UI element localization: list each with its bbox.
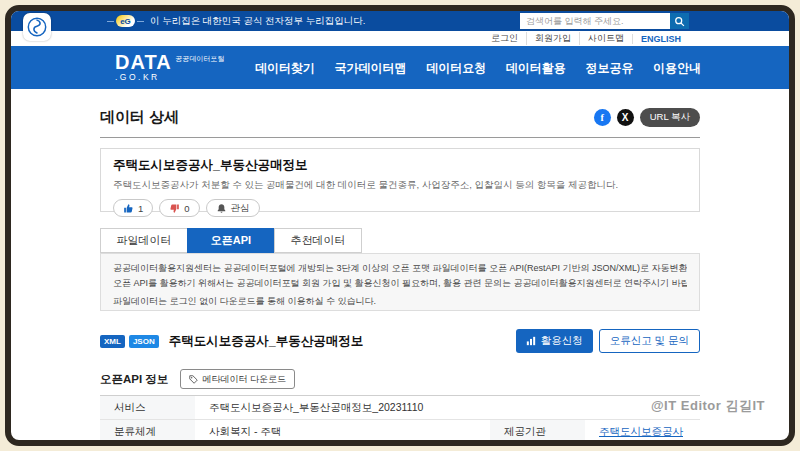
site-emblem [23,13,51,41]
notice-line-3: 파일데이터는 로그인 없이 다운로드를 통해 이용하실 수 있습니다. [113,294,687,309]
title-divider [100,137,700,138]
tab-open-api[interactable]: 오픈API [187,228,275,253]
site-logo[interactable]: DATA 공공데이터포털 .GO.KR [115,52,225,82]
nav-item-guide[interactable]: 이용안내 [653,60,701,77]
api-actions: 활용신청 오류신고 및 문의 [516,329,700,353]
open-api-info-label: 오픈API 정보 [100,372,168,387]
thumbs-up-icon [123,203,134,214]
logo-caption: 공공데이터포털 [176,54,225,64]
share-cluster: f X URL 복사 [594,108,700,127]
dislike-count: 0 [184,203,189,214]
interest-button[interactable]: 관심 [206,199,260,217]
interest-label: 관심 [231,202,250,215]
main-header: DATA 공공데이터포털 .GO.KR 데이터찾기 국가데이터맵 데이터요청 데… [11,46,789,89]
category-value-cell: 사회복지 - 주택 [195,420,490,443]
thumbs-down-icon [169,203,180,214]
bell-icon [216,203,227,214]
error-report-button[interactable]: 오류신고 및 문의 [599,329,700,353]
logo-sub-text: .GO.KR [115,72,225,82]
reaction-row: 1 0 관심 [113,199,687,217]
api-title-bar: XML JSON 주택도시보증공사_부동산공매정보 활용신청 오류신고 및 문의 [100,327,700,355]
nav-item-info-share[interactable]: 정보공유 [585,60,633,77]
nav-item-national-data-map[interactable]: 국가데이터맵 [335,60,407,77]
service-label-cell: 서비스 [100,396,195,419]
egov-mark: eG [107,15,144,27]
gov-banner: eG 이 누리집은 대한민국 공식 전자정부 누리집입니다. [11,11,789,31]
facebook-share-icon[interactable]: f [594,109,611,126]
open-api-notice: 공공데이터활용지원센터는 공공데이터포털에 개방되는 3단계 이상의 오픈 포맷… [100,253,700,311]
page-title-row: 데이터 상세 f X URL 복사 [100,106,700,128]
category-label-cell: 분류체계 [100,420,195,443]
tab-file-data[interactable]: 파일데이터 [100,228,188,253]
search-input[interactable] [520,13,670,29]
like-count: 1 [138,203,143,214]
metadata-download-button[interactable]: 메타데이터 다운로드 [180,369,295,389]
table-row: 서비스 주택도시보증공사_부동산공매정보_20231110 [100,396,700,420]
metadata-download-label: 메타데이터 다운로드 [202,373,286,386]
nav-item-data-use[interactable]: 데이터활용 [506,60,566,77]
json-format-badge: JSON [129,335,159,348]
notice-line-2: 오픈 API를 활용하기 위해서는 공공데이터포털 회원 가입 및 활용신청이 … [113,276,687,291]
emblem-icon [26,16,48,38]
provider-label-cell: 제공기관 [490,420,585,443]
provider-value-cell: 주택도시보증공사 [585,420,700,443]
api-info-table: 서비스 주택도시보증공사_부동산공매정보_20231110 분류체계 사회복지 … [100,395,700,444]
search-icon [674,16,685,27]
egov-dash [107,21,114,22]
tab-recommended-data[interactable]: 추천데이터 [274,228,362,253]
service-value-cell: 주택도시보증공사_부동산공매정보_20231110 [195,396,700,419]
signup-link[interactable]: 회원가입 [526,32,579,45]
table-row: 분류체계 사회복지 - 주택 제공기관 주택도시보증공사 [100,420,700,444]
apply-use-button[interactable]: 활용신청 [516,329,593,353]
url-copy-button[interactable]: URL 복사 [640,108,700,127]
dataset-title: 주택도시보증공사_부동산공매정보 [113,157,687,174]
api-title: 주택도시보증공사_부동산공매정보 [169,333,363,350]
dataset-summary-box: 주택도시보증공사_부동산공매정보 주택도시보증공사가 처분할 수 있는 공매물건… [100,148,700,212]
dislike-button[interactable]: 0 [159,199,199,217]
egov-logo-icon: eG [116,15,135,27]
login-link[interactable]: 로그인 [483,32,526,45]
decorative-frame: eG 이 누리집은 대한민국 공식 전자정부 누리집입니다. [0,0,800,451]
egov-dash [137,21,144,22]
provider-link[interactable]: 주택도시보증공사 [599,425,683,439]
tag-icon [189,375,198,384]
notice-line-1: 공공데이터활용지원센터는 공공데이터포털에 개방되는 3단계 이상의 오픈 포맷… [113,261,687,276]
main-nav: 데이터찾기 국가데이터맵 데이터요청 데이터활용 정보공유 이용안내 [255,60,701,77]
search-button[interactable] [670,13,689,29]
portal-page: eG 이 누리집은 대한민국 공식 전자정부 누리집입니다. [5,5,795,446]
open-api-info-section: 오픈API 정보 메타데이터 다운로드 [100,368,700,390]
like-button[interactable]: 1 [113,199,153,217]
dataset-tabs: 파일데이터 오픈API 추천데이터 [100,228,700,253]
search-box [520,13,689,29]
page-title: 데이터 상세 [100,108,179,127]
x-share-icon[interactable]: X [617,109,634,126]
sitemap-link[interactable]: 사이트맵 [579,32,632,45]
english-link[interactable]: ENGLISH [632,34,689,44]
gov-banner-text: 이 누리집은 대한민국 공식 전자정부 누리집입니다. [150,15,365,28]
dataset-description: 주택도시보증공사가 처분할 수 있는 공매물건에 대한 데이터로 물건종류, 사… [113,179,687,192]
nav-item-find-data[interactable]: 데이터찾기 [255,60,315,77]
apply-use-label: 활용신청 [541,334,583,348]
logo-main-text: DATA [115,52,172,72]
xml-format-badge: XML [100,335,125,348]
chart-icon [526,336,536,346]
nav-item-data-request[interactable]: 데이터요청 [426,60,486,77]
utility-bar: 로그인 회원가입 사이트맵 ENGLISH [11,31,789,46]
